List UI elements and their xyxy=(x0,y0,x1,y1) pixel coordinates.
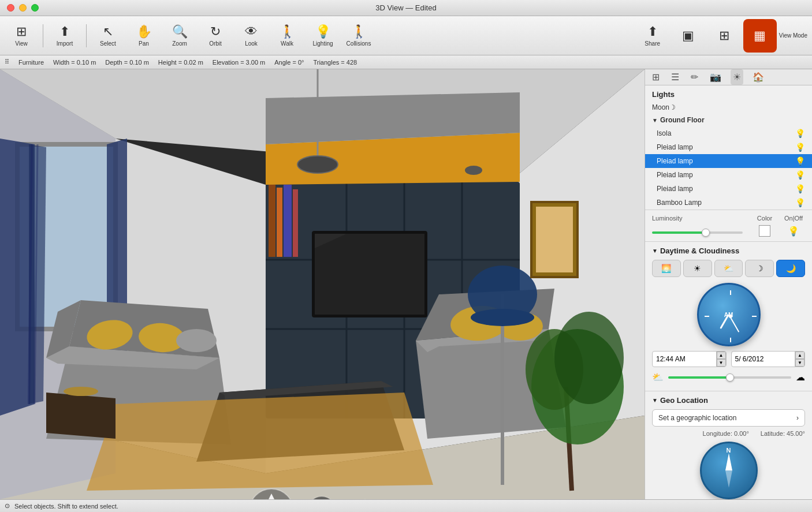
panel-mode-2-icon[interactable]: ☰ xyxy=(669,69,681,85)
date-up-btn[interactable]: ▲ xyxy=(795,352,804,359)
time-up-btn[interactable]: ▲ xyxy=(717,352,726,359)
statusbar: ⠿ Furniture Width = 0.10 m Depth = 0.10 … xyxy=(0,55,812,69)
pan-button[interactable]: ✋ Pan xyxy=(127,19,161,53)
bottombar-text: Select objects. Shift to extend select. xyxy=(14,503,118,510)
pleiad-3-label: Pleiad lamp xyxy=(657,171,793,179)
chevron-down-icon: ▼ xyxy=(652,117,658,124)
onoff-bulb-icon[interactable]: 💡 xyxy=(788,226,799,237)
window-controls[interactable] xyxy=(7,4,39,12)
view-mode-3-button[interactable]: ▦ xyxy=(743,19,777,53)
maximize-button[interactable] xyxy=(31,4,39,12)
titlebar: 3D View — Edited xyxy=(0,0,812,16)
svg-rect-55 xyxy=(536,207,573,272)
color-swatch[interactable] xyxy=(759,225,770,237)
select-label: Select xyxy=(100,40,116,47)
light-item-pleiad-4[interactable]: Pleiad lamp 💡 xyxy=(645,182,812,196)
panel-mode-1-icon[interactable]: ⊞ xyxy=(650,69,662,85)
time-input[interactable] xyxy=(653,352,716,367)
view-mode-1-button[interactable]: ▣ xyxy=(672,19,705,53)
light-item-pleiad-1[interactable]: Pleiad lamp 💡 xyxy=(645,140,812,154)
orbit-icon: ↻ xyxy=(210,24,221,39)
daytime-section: ▼ Daytime & Cloudiness 🌅 ☀ ⛅ ☽ 🌙 xyxy=(645,242,812,391)
view-mode-1-icon: ▣ xyxy=(682,28,694,43)
cloud-row: ⛅ ☁ xyxy=(652,372,805,383)
clock-face: AM xyxy=(697,283,761,346)
svg-rect-23 xyxy=(284,185,292,257)
orbit-label: Orbit xyxy=(209,40,222,47)
light-item-bamboo[interactable]: Bamboo Lamp 💡 xyxy=(645,196,812,210)
zoom-button[interactable]: 🔍 Zoom xyxy=(163,19,196,53)
viewport[interactable] xyxy=(0,69,645,499)
import-button[interactable]: ⬆ Import xyxy=(48,19,81,53)
time-date-row: ▲ ▼ ▲ ▼ xyxy=(652,351,805,367)
look-button[interactable]: 👁 Look xyxy=(234,19,268,53)
clock-container: AM xyxy=(652,283,805,346)
light-item-pleiad-3[interactable]: Pleiad lamp 💡 xyxy=(645,168,812,182)
light-item-pleiad-2-selected[interactable]: Pleiad lamp 💡 xyxy=(645,154,812,168)
svg-point-29 xyxy=(465,166,482,175)
toolbar-right: ⬆ Share ▣ ⊞ ▦ View Mode xyxy=(636,19,807,53)
walk-icon: 🚶 xyxy=(280,24,295,39)
collisions-label: Collisions xyxy=(347,40,371,47)
panel-mode-4-icon[interactable]: 📷 xyxy=(707,69,724,85)
lamp-icon-3: 💡 xyxy=(795,156,805,166)
lamp-icon-2: 💡 xyxy=(795,143,805,152)
view-mode-2-button[interactable]: ⊞ xyxy=(707,19,741,53)
ground-floor-header[interactable]: ▼ Ground Floor xyxy=(645,114,812,126)
zoom-label: Zoom xyxy=(172,40,187,47)
date-input[interactable] xyxy=(732,352,795,367)
svg-point-47 xyxy=(471,309,534,326)
color-header: Color xyxy=(747,215,782,222)
select-icon: ↖ xyxy=(103,24,113,39)
view-mode-2-icon: ⊞ xyxy=(719,28,729,43)
bamboo-label: Bamboo Lamp xyxy=(657,199,793,207)
lighting-button[interactable]: 💡 Lighting xyxy=(306,19,340,53)
window-title: 3D View — Edited xyxy=(375,3,436,12)
status-angle: Angle = 0° xyxy=(274,59,304,66)
luminosity-header: Luminosity xyxy=(652,215,747,222)
set-geo-location-button[interactable]: Set a geographic location › xyxy=(652,409,805,427)
main-area: ⊞ ☰ ✏ 📷 ☀ 🏠 Lights Moon ☽ ▼ Ground Floor… xyxy=(0,69,812,499)
daytime-sun-btn[interactable]: ☀ xyxy=(683,260,712,277)
light-controls: Luminosity Color On|Off 💡 xyxy=(645,210,812,242)
daytime-night-btn[interactable]: 🌙 xyxy=(776,260,805,277)
svg-rect-21 xyxy=(269,185,275,257)
cloudiness-slider[interactable] xyxy=(668,376,791,379)
luminosity-slider[interactable] xyxy=(652,231,743,234)
panel-mode-6-icon[interactable]: 🏠 xyxy=(750,69,766,85)
compass: N xyxy=(700,442,758,499)
pan-label: Pan xyxy=(139,40,149,47)
geo-btn-label: Set a geographic location xyxy=(658,414,736,422)
geo-coords: Longitude: 0.00° Latitude: 45.00° xyxy=(652,430,805,437)
svg-marker-44 xyxy=(87,393,433,491)
panel-mode-5-icon[interactable]: ☀ xyxy=(731,69,743,85)
walk-button[interactable]: 🚶 Walk xyxy=(270,19,304,53)
time-down-btn[interactable]: ▼ xyxy=(717,359,726,367)
compass-needle xyxy=(728,453,730,488)
lamp-icon-5: 💡 xyxy=(795,184,805,193)
daytime-dawn-btn[interactable]: 🌅 xyxy=(652,260,681,277)
geo-header: ▼ Geo Location xyxy=(652,396,805,405)
collisions-button[interactable]: 🚶 Collisions xyxy=(342,19,375,53)
compass-container: N xyxy=(652,442,805,499)
share-button[interactable]: ⬆ Share xyxy=(636,19,669,53)
orbit-button[interactable]: ↻ Orbit xyxy=(199,19,232,53)
panel-mode-3-icon[interactable]: ✏ xyxy=(688,69,701,85)
close-button[interactable] xyxy=(7,4,14,12)
ground-floor-label: Ground Floor xyxy=(660,116,705,124)
minimize-button[interactable] xyxy=(19,4,27,12)
view-mode-3-icon: ▦ xyxy=(754,28,766,43)
status-elevation: Elevation = 3.00 m xyxy=(213,59,265,66)
lights-section-header: Lights xyxy=(645,85,812,101)
daytime-cloud-btn[interactable]: ⛅ xyxy=(714,260,743,277)
date-down-btn[interactable]: ▼ xyxy=(795,359,804,367)
view-button[interactable]: ⊞ View xyxy=(5,19,38,53)
daytime-moon-btn[interactable]: ☽ xyxy=(745,260,774,277)
lighting-label: Lighting xyxy=(312,40,333,47)
light-item-isola[interactable]: Isola 💡 xyxy=(645,126,812,140)
bottombar-icon: ⊙ xyxy=(5,502,10,510)
import-label: Import xyxy=(57,40,73,47)
moon-item[interactable]: Moon ☽ xyxy=(645,101,812,114)
select-button[interactable]: ↖ Select xyxy=(91,19,125,53)
toolbar: ⊞ View ⬆ Import ↖ Select ✋ Pan 🔍 Zoom ↻ … xyxy=(0,16,812,55)
